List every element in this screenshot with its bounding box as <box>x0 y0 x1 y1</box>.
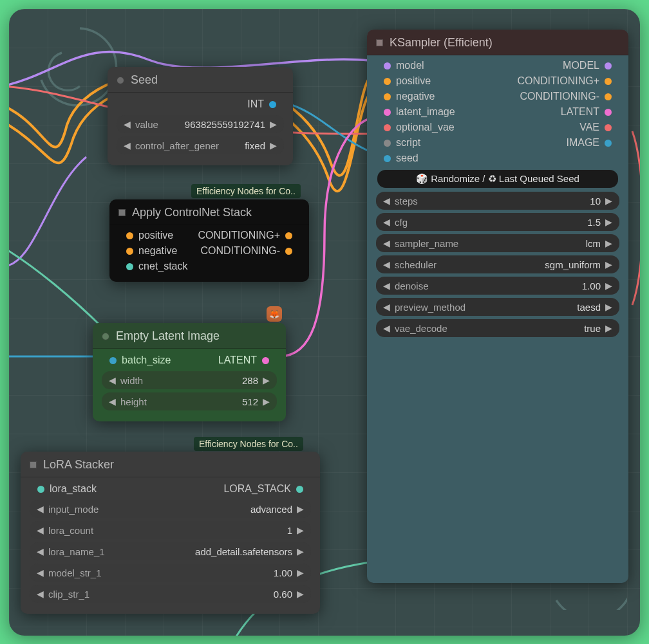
node-apply-controlnet[interactable]: Apply ControlNet Stack positive CONDITIO… <box>109 199 309 282</box>
io-positive[interactable]: positive CONDITIONING+ <box>115 228 304 243</box>
socket-icon[interactable] <box>296 486 303 493</box>
io-lora-stack[interactable]: lora_stack LORA_STACK <box>26 481 315 497</box>
socket-icon[interactable] <box>384 140 391 147</box>
socket-icon[interactable] <box>605 109 612 116</box>
arrow-right-icon[interactable]: ▶ <box>268 140 279 151</box>
socket-icon[interactable] <box>126 263 133 270</box>
arrow-right-icon[interactable]: ▶ <box>261 396 272 407</box>
socket-icon[interactable] <box>285 232 292 239</box>
widget-seed-value[interactable]: ◀ value 963825559192741 ▶ <box>117 115 284 133</box>
arrow-right-icon[interactable]: ▶ <box>295 525 306 535</box>
arrow-right-icon[interactable]: ▶ <box>603 281 614 291</box>
socket-icon[interactable] <box>605 124 612 131</box>
arrow-right-icon[interactable]: ▶ <box>603 302 614 312</box>
arrow-left-icon[interactable]: ◀ <box>381 259 392 270</box>
socket-icon[interactable] <box>384 62 391 69</box>
io-batch-latent[interactable]: batch_size LATENT <box>98 353 281 368</box>
io-positive[interactable]: positiveCONDITIONING+ <box>372 73 623 89</box>
socket-icon[interactable] <box>269 101 276 108</box>
io-vae[interactable]: optional_vaeVAE <box>372 120 623 135</box>
widget-denoise[interactable]: ◀denoise1.00▶ <box>376 277 619 295</box>
socket-icon[interactable] <box>384 155 391 162</box>
widget-clip-str[interactable]: ◀clip_str_10.60▶ <box>30 585 311 603</box>
widget-height[interactable]: ◀ height 512 ▶ <box>102 392 277 410</box>
arrow-left-icon[interactable]: ◀ <box>122 119 133 129</box>
node-title[interactable]: Empty Latent Image <box>93 323 286 349</box>
arrow-right-icon[interactable]: ▶ <box>295 589 306 599</box>
io-script[interactable]: scriptIMAGE <box>372 135 623 151</box>
widget-lora-count[interactable]: ◀lora_count1▶ <box>30 521 311 539</box>
arrow-left-icon[interactable]: ◀ <box>107 375 118 385</box>
io-negative[interactable]: negative CONDITIONING- <box>115 243 304 259</box>
socket-icon[interactable] <box>384 109 391 116</box>
widget-lora-name[interactable]: ◀lora_name_1add_detail.safetensors▶ <box>30 542 311 560</box>
socket-icon[interactable] <box>384 78 391 85</box>
collapse-square-icon[interactable] <box>118 209 126 216</box>
arrow-right-icon[interactable]: ▶ <box>295 546 306 557</box>
arrow-left-icon[interactable]: ◀ <box>381 281 392 291</box>
arrow-right-icon[interactable]: ▶ <box>603 196 614 206</box>
arrow-right-icon[interactable]: ▶ <box>268 119 279 129</box>
arrow-left-icon[interactable]: ◀ <box>381 323 392 333</box>
io-cnet-stack[interactable]: cnet_stack <box>115 259 304 274</box>
node-ksampler[interactable]: KSampler (Efficient) modelMODEL positive… <box>367 30 628 583</box>
socket-icon[interactable] <box>605 93 612 100</box>
arrow-right-icon[interactable]: ▶ <box>603 259 614 270</box>
io-seed[interactable]: seed <box>372 151 623 166</box>
arrow-right-icon[interactable]: ▶ <box>603 323 614 333</box>
arrow-left-icon[interactable]: ◀ <box>107 396 118 407</box>
arrow-left-icon[interactable]: ◀ <box>35 567 46 578</box>
arrow-right-icon[interactable]: ▶ <box>261 375 272 385</box>
node-empty-latent[interactable]: Empty Latent Image batch_size LATENT ◀ w… <box>93 323 286 421</box>
widget-input-mode[interactable]: ◀input_modeadvanced▶ <box>30 500 311 518</box>
collapse-square-icon[interactable] <box>376 39 383 46</box>
node-title[interactable]: Apply ControlNet Stack <box>109 199 309 225</box>
arrow-left-icon[interactable]: ◀ <box>381 238 392 248</box>
socket-icon[interactable] <box>37 486 44 493</box>
socket-icon[interactable] <box>384 124 391 131</box>
arrow-left-icon[interactable]: ◀ <box>35 504 46 514</box>
widget-steps[interactable]: ◀steps10▶ <box>376 192 619 210</box>
socket-icon[interactable] <box>605 78 612 85</box>
socket-icon[interactable] <box>126 248 133 255</box>
io-negative[interactable]: negativeCONDITIONING- <box>372 89 623 104</box>
socket-icon[interactable] <box>126 232 133 239</box>
io-model[interactable]: modelMODEL <box>372 58 623 73</box>
node-lora-stacker[interactable]: LoRA Stacker lora_stack LORA_STACK ◀inpu… <box>21 452 320 614</box>
arrow-left-icon[interactable]: ◀ <box>35 525 46 535</box>
widget-width[interactable]: ◀ width 288 ▶ <box>102 371 277 389</box>
widget-sampler[interactable]: ◀sampler_namelcm▶ <box>376 234 619 252</box>
arrow-right-icon[interactable]: ▶ <box>603 238 614 248</box>
node-title[interactable]: Seed <box>108 67 293 93</box>
socket-icon[interactable] <box>109 357 117 364</box>
widget-model-str[interactable]: ◀model_str_11.00▶ <box>30 564 311 582</box>
socket-icon[interactable] <box>384 93 391 100</box>
socket-icon[interactable] <box>285 248 292 255</box>
widget-preview[interactable]: ◀preview_methodtaesd▶ <box>376 298 619 316</box>
widget-vae-decode[interactable]: ◀vae_decodetrue▶ <box>376 319 619 337</box>
node-title[interactable]: KSampler (Efficient) <box>367 30 628 55</box>
randomize-seed-button[interactable]: 🎲 Randomize / ♻ Last Queued Seed <box>377 170 618 188</box>
collapse-square-icon[interactable] <box>30 461 37 468</box>
io-latent[interactable]: latent_imageLATENT <box>372 104 623 120</box>
widget-scheduler[interactable]: ◀schedulersgm_uniform▶ <box>376 255 619 273</box>
node-editor-canvas[interactable]: Seed INT ◀ value 963825559192741 ▶ ◀ con… <box>9 9 640 636</box>
arrow-right-icon[interactable]: ▶ <box>295 567 306 578</box>
arrow-right-icon[interactable]: ▶ <box>295 504 306 514</box>
arrow-left-icon[interactable]: ◀ <box>381 196 392 206</box>
node-seed[interactable]: Seed INT ◀ value 963825559192741 ▶ ◀ con… <box>108 67 293 165</box>
widget-control-after[interactable]: ◀ control_after_gener fixed ▶ <box>117 136 284 154</box>
socket-icon[interactable] <box>262 357 269 364</box>
widget-cfg[interactable]: ◀cfg1.5▶ <box>376 213 619 231</box>
arrow-left-icon[interactable]: ◀ <box>35 546 46 557</box>
node-title[interactable]: LoRA Stacker <box>21 452 320 477</box>
collapse-dot-icon[interactable] <box>117 77 124 84</box>
output-int[interactable]: INT <box>113 97 288 112</box>
arrow-left-icon[interactable]: ◀ <box>381 302 392 312</box>
arrow-left-icon[interactable]: ◀ <box>381 217 392 227</box>
socket-icon[interactable] <box>605 140 612 147</box>
socket-icon[interactable] <box>605 62 612 69</box>
arrow-left-icon[interactable]: ◀ <box>122 140 133 151</box>
arrow-left-icon[interactable]: ◀ <box>35 589 46 599</box>
collapse-dot-icon[interactable] <box>102 333 109 340</box>
